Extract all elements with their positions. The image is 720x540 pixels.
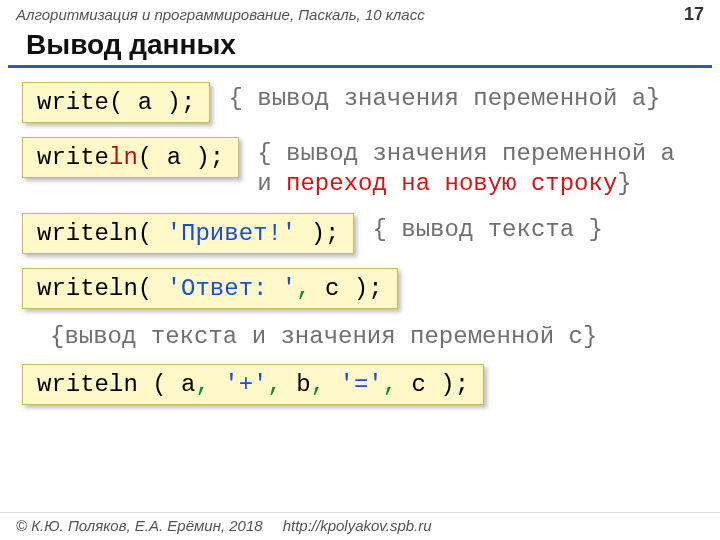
code-box: writeln( 'Привет!' ); <box>22 213 354 254</box>
code-comma: , <box>195 371 209 398</box>
comment-text: { вывод значения переменной a} <box>228 85 660 112</box>
code-box: writeln( a ); <box>22 137 239 178</box>
code-string: 'Привет!' <box>167 220 297 247</box>
code-text: ( a ); <box>138 144 224 171</box>
code-text: write <box>37 144 109 171</box>
code-comma: , <box>296 275 310 302</box>
code-text: c ); <box>412 371 470 398</box>
code-text: c ); <box>311 275 383 302</box>
copyright: © К.Ю. Поляков, Е.А. Ерёмин, 2018 <box>16 517 263 534</box>
code-text: writeln( <box>37 220 167 247</box>
code-string: '+' <box>224 371 267 398</box>
code-text: write( a ); <box>37 89 195 116</box>
code-comma: , <box>383 371 397 398</box>
content-area: write( a ); { вывод значения переменной … <box>0 82 720 405</box>
code-comment: { вывод значения переменной a и переход … <box>257 137 698 199</box>
code-box: writeln ( a, '+', b, '=', c ); <box>22 364 484 405</box>
code-text-highlight: ln <box>109 144 138 171</box>
page-number: 17 <box>684 4 704 25</box>
footer-url: http://kpolyakov.spb.ru <box>283 517 432 534</box>
code-comment: {вывод текста и значения переменной c} <box>50 323 698 350</box>
comment-highlight: переход на новую строку <box>286 170 617 197</box>
example-row: writeln( a ); { вывод значения переменно… <box>22 137 698 199</box>
example-row: writeln ( a, '+', b, '=', c ); <box>22 364 698 405</box>
code-comma: , <box>267 371 281 398</box>
code-comment: { вывод текста } <box>372 213 698 245</box>
page-title: Вывод данных <box>8 27 712 68</box>
example-row: write( a ); { вывод значения переменной … <box>22 82 698 123</box>
code-text: ); <box>296 220 339 247</box>
example-row: writeln( 'Ответ: ', c ); <box>22 268 698 309</box>
code-comma: , <box>311 371 325 398</box>
code-box: writeln( 'Ответ: ', c ); <box>22 268 398 309</box>
slide-footer: © К.Ю. Поляков, Е.А. Ерёмин, 2018 http:/… <box>0 512 720 540</box>
comment-text: { вывод текста } <box>372 216 602 243</box>
code-text: b <box>296 371 310 398</box>
code-text: writeln ( a <box>37 371 195 398</box>
code-string: '=' <box>340 371 383 398</box>
comment-text: } <box>617 170 631 197</box>
breadcrumb: Алгоритмизация и программирование, Паска… <box>16 6 425 23</box>
code-string: 'Ответ: ' <box>167 275 297 302</box>
code-comment: { вывод значения переменной a} <box>228 82 698 114</box>
code-text: writeln( <box>37 275 167 302</box>
code-box: write( a ); <box>22 82 210 123</box>
example-row: writeln( 'Привет!' ); { вывод текста } <box>22 213 698 254</box>
slide-header: Алгоритмизация и программирование, Паска… <box>0 0 720 27</box>
